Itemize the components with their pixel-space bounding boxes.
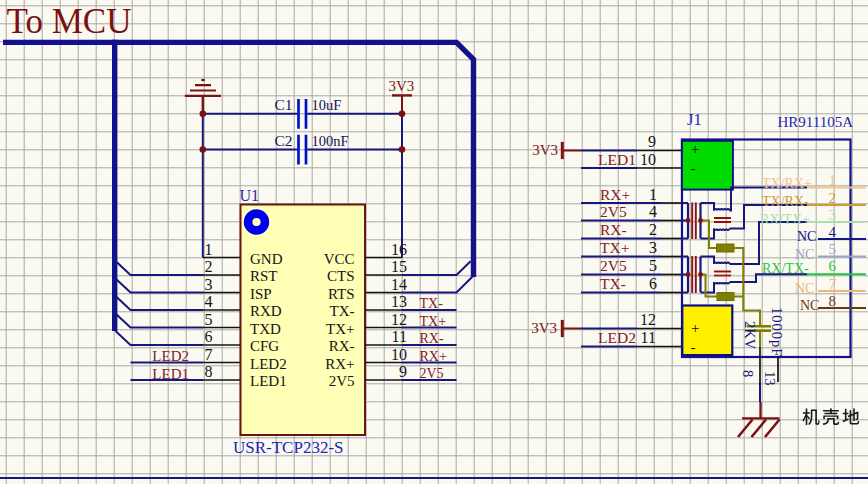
j1-right-label[interactable]: TX/RX+ xyxy=(762,177,812,191)
u1-pin-name[interactable]: RXD xyxy=(250,304,282,319)
led-plus[interactable]: + xyxy=(691,142,699,157)
wire-bus-entry-left[interactable] xyxy=(116,331,204,345)
choke2-in[interactable] xyxy=(701,257,715,265)
j1-comment[interactable]: HR911105A xyxy=(777,115,853,130)
net-label[interactable]: TX- xyxy=(420,297,443,311)
net-label[interactable]: 2V5 xyxy=(420,367,444,381)
chassis-ground-label[interactable] xyxy=(802,408,859,425)
u1-pin-name[interactable]: TXD xyxy=(250,322,281,337)
choke2-bottom-coil[interactable] xyxy=(714,282,729,284)
transformer-core[interactable] xyxy=(692,256,696,293)
u1-pin-number[interactable]: 9 xyxy=(399,364,407,380)
j1-pin-number[interactable]: 11 xyxy=(641,330,656,346)
u1-pin-name[interactable]: ISP xyxy=(250,287,272,302)
choke1-in[interactable] xyxy=(701,203,715,211)
j1-right-number[interactable]: 3 xyxy=(829,208,837,223)
net-label[interactable]: RX+ xyxy=(600,187,630,203)
net-label[interactable]: RX+ xyxy=(420,350,447,364)
cap-value[interactable]: 100nF xyxy=(312,134,349,149)
u1-pin-number[interactable]: 8 xyxy=(205,364,213,380)
wire-bus-entry-left[interactable] xyxy=(116,279,204,293)
j1-pin-number[interactable]: 1 xyxy=(649,187,657,203)
led-plus[interactable]: + xyxy=(691,321,699,336)
net-label[interactable]: LED1 xyxy=(152,367,189,382)
u1-pin-number[interactable]: 7 xyxy=(205,347,213,363)
choke1-core[interactable] xyxy=(714,218,731,222)
j1-pin-number[interactable]: 5 xyxy=(649,258,657,274)
j1-right-number[interactable]: 4 xyxy=(829,225,837,240)
u1-pin-number[interactable]: 15 xyxy=(391,259,407,275)
j1-right-label[interactable]: RX/TX- xyxy=(762,262,809,276)
u1-pin-number[interactable]: 4 xyxy=(205,294,213,310)
wire-cts-entry[interactable] xyxy=(402,261,471,275)
olive-to-cap[interactable] xyxy=(734,248,760,326)
j1-pin-number[interactable]: 2 xyxy=(649,222,657,238)
j1-pin-number[interactable]: 13 xyxy=(762,371,777,386)
cap-designator[interactable]: C2 xyxy=(275,133,293,149)
led-minus[interactable]: - xyxy=(690,161,695,176)
net-label[interactable]: TX+ xyxy=(600,240,629,256)
j1-right-label[interactable]: NC xyxy=(795,282,814,296)
j1-right-label[interactable]: RX/TX+ xyxy=(760,213,810,227)
u1-pin-name[interactable]: LED1 xyxy=(250,374,287,389)
net-label[interactable]: LED1 xyxy=(598,152,636,168)
u1-pin-number[interactable]: 13 xyxy=(391,294,407,310)
j1-pin-number[interactable]: 10 xyxy=(640,152,656,168)
u1-pin-number[interactable]: 10 xyxy=(391,347,407,363)
j1-designator[interactable]: J1 xyxy=(687,112,702,129)
j1-pin-number[interactable]: 3 xyxy=(649,240,657,256)
j1-right-number[interactable]: 8 xyxy=(829,294,837,309)
choke2-out-left[interactable] xyxy=(701,282,715,293)
u1-pin-name[interactable]: GND xyxy=(250,252,283,267)
u1-pin-number[interactable]: 3 xyxy=(205,277,213,293)
j1-pin-number[interactable]: 9 xyxy=(648,134,656,150)
u1-pin-number[interactable]: 16 xyxy=(391,242,407,258)
u1-pin-name[interactable]: 2V5 xyxy=(329,374,355,389)
j1-pin-number[interactable]: 8 xyxy=(740,370,755,377)
u1-body[interactable] xyxy=(241,205,366,436)
power-label[interactable]: 3V3 xyxy=(532,143,558,158)
cap-designator[interactable]: C1 xyxy=(275,97,293,113)
u1-pin-number[interactable]: 12 xyxy=(391,312,407,328)
capacitor-c2-plates[interactable] xyxy=(299,135,307,165)
net-label[interactable]: LED2 xyxy=(598,330,636,346)
net-label[interactable]: RX- xyxy=(600,222,627,238)
j1-right-number[interactable]: 6 xyxy=(829,259,837,274)
wire-bus-entry-left[interactable] xyxy=(116,296,204,310)
u1-pin-number[interactable]: 14 xyxy=(391,277,407,293)
choke1-bottom-coil[interactable] xyxy=(714,229,729,231)
j1-right-number[interactable]: 7 xyxy=(829,277,837,292)
j1-pin-number[interactable]: 4 xyxy=(649,204,657,220)
u1-pin-name[interactable]: CFG xyxy=(250,339,279,354)
resistor-1[interactable] xyxy=(717,244,735,252)
u1-comment[interactable]: USR-TCP232-S xyxy=(233,439,344,456)
net-label[interactable]: RX- xyxy=(420,332,444,346)
u1-pin-name[interactable]: RX+ xyxy=(325,357,354,372)
earth-ground-icon[interactable] xyxy=(185,85,221,96)
choke2-top-coil[interactable] xyxy=(714,262,729,264)
wire-bus-entry-left[interactable] xyxy=(116,261,204,275)
j1-right-label[interactable]: NC xyxy=(797,230,816,244)
net-label[interactable]: TX+ xyxy=(420,315,447,329)
u1-pin-number[interactable]: 6 xyxy=(205,329,213,345)
u1-pin-number[interactable]: 1 xyxy=(205,242,213,258)
j1-right-number[interactable]: 1 xyxy=(829,173,837,188)
j1-right-number[interactable]: 2 xyxy=(829,191,837,206)
net-label[interactable]: TX- xyxy=(600,276,626,292)
u1-pin-name[interactable]: LED2 xyxy=(250,357,287,372)
u1-designator[interactable]: U1 xyxy=(240,188,260,204)
j1-pin-number[interactable]: 6 xyxy=(649,276,657,292)
wire-rts-entry[interactable] xyxy=(402,277,472,293)
power-label[interactable]: 3V3 xyxy=(531,321,557,336)
iso-cap-rating[interactable]: 2KV xyxy=(742,321,757,349)
power-label[interactable]: 3V3 xyxy=(389,79,415,94)
sheet-title[interactable]: To MCU xyxy=(7,4,132,39)
u1-pin-number[interactable]: 11 xyxy=(392,329,407,345)
transformer-core[interactable] xyxy=(692,203,696,240)
led-minus[interactable]: - xyxy=(690,340,695,355)
j1-right-label[interactable]: NC xyxy=(800,299,819,313)
capacitor-c1-plates[interactable] xyxy=(299,99,307,129)
choke1-out-left[interactable] xyxy=(701,229,715,239)
chassis-ground-hatches[interactable] xyxy=(738,420,780,438)
j1-right-label[interactable]: TX/RX- xyxy=(762,195,809,209)
